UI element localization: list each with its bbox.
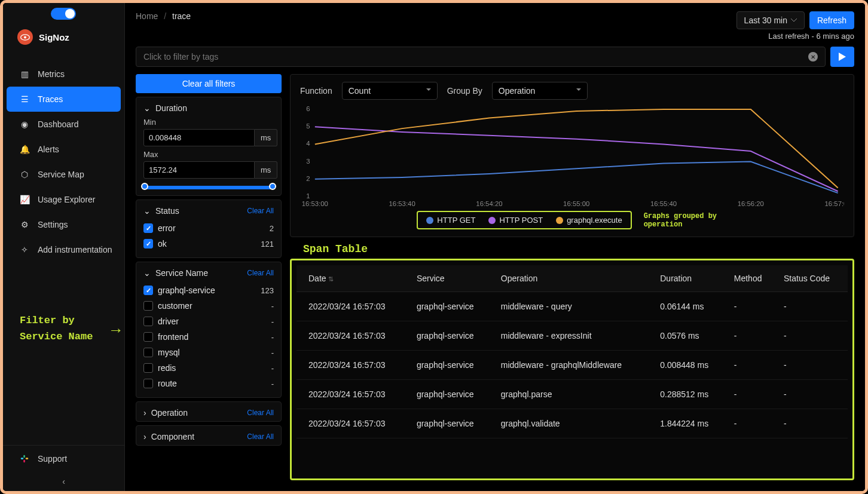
component-clear-all[interactable]: Clear All	[247, 432, 274, 441]
legend-item: HTTP POST	[488, 216, 543, 225]
annotation-filter-by: Filter by Service Name	[20, 312, 93, 345]
table-row[interactable]: 2022/03/24 16:57:03graphql-servicemiddle…	[297, 351, 848, 380]
theme-toggle[interactable]	[51, 8, 76, 20]
svg-text:1: 1	[306, 192, 310, 200]
brand: SigNoz	[3, 20, 124, 57]
svg-text:16:53:00: 16:53:00	[302, 200, 328, 207]
chart-legend: HTTP GETHTTP POSTgraphql.execute	[417, 211, 631, 229]
col-duration[interactable]: Duration	[653, 265, 727, 292]
svg-rect-4	[23, 455, 25, 458]
last-refresh-text: Last refresh - 6 mins ago	[768, 32, 854, 41]
chevron-right-icon: ›	[143, 432, 146, 441]
checkbox[interactable]	[143, 286, 153, 295]
duration-min-input[interactable]	[143, 129, 255, 146]
col-status-code[interactable]: Status Code	[777, 265, 848, 292]
breadcrumb-current: trace	[172, 11, 191, 21]
clear-all-filters-button[interactable]: Clear all filters	[136, 74, 282, 93]
svg-rect-5	[23, 460, 25, 462]
legend-item: graphql.execute	[556, 216, 622, 225]
slack-icon	[20, 454, 29, 464]
traces-icon: ☰	[20, 94, 29, 104]
status-clear-all[interactable]: Clear All	[247, 207, 274, 215]
run-query-button[interactable]	[830, 47, 854, 67]
svg-text:16:55:00: 16:55:00	[563, 200, 589, 207]
checkbox[interactable]	[143, 239, 153, 248]
gear-icon: ⚙	[20, 220, 29, 229]
filter-option-mysql[interactable]: mysql-	[143, 345, 274, 360]
filter-option-customer[interactable]: customer-	[143, 298, 274, 314]
checkbox[interactable]	[143, 332, 153, 342]
svg-rect-3	[26, 458, 28, 459]
col-operation[interactable]: Operation	[494, 265, 653, 292]
filter-option-driver[interactable]: driver-	[143, 314, 274, 329]
table-row[interactable]: 2022/03/24 16:57:03graphql-servicemiddle…	[297, 292, 848, 321]
filter-option-frontend[interactable]: frontend-	[143, 329, 274, 345]
support-link[interactable]: Support	[3, 445, 124, 472]
table-row[interactable]: 2022/03/24 16:57:03graphql-servicegraphq…	[297, 380, 848, 409]
filter-status: ⌄Status Clear All error2ok121	[136, 200, 282, 258]
logo-icon	[17, 29, 33, 45]
checkbox[interactable]	[143, 223, 153, 233]
filter-option-ok[interactable]: ok121	[143, 236, 274, 251]
svg-rect-2	[21, 458, 23, 459]
svg-text:16:57:00: 16:57:00	[825, 200, 844, 207]
duration-slider[interactable]	[143, 186, 274, 189]
col-method[interactable]: Method	[727, 265, 777, 292]
sidebar-collapse[interactable]: ‹	[3, 472, 124, 491]
svg-text:3: 3	[306, 158, 310, 165]
filter-option-redis[interactable]: redis-	[143, 360, 274, 376]
table-row[interactable]: 2022/03/24 16:57:03graphql-servicegraphq…	[297, 409, 848, 438]
line-chart: 12345616:53:0016:53:4016:54:2016:55:0016…	[300, 106, 844, 207]
dashboard-icon: ◉	[20, 119, 29, 129]
function-select[interactable]: Count	[342, 82, 438, 100]
nav-item-settings[interactable]: ⚙Settings	[3, 212, 124, 237]
nav-item-service-map[interactable]: ⬡Service Map	[3, 162, 124, 187]
nav-item-metrics[interactable]: ▥Metrics	[3, 62, 124, 87]
nav-item-dashboard[interactable]: ◉Dashboard	[3, 112, 124, 137]
play-icon	[839, 53, 846, 61]
brand-name: SigNoz	[39, 32, 69, 42]
chevron-right-icon: ›	[143, 408, 146, 418]
svg-text:4: 4	[306, 140, 310, 148]
tag-filter-input[interactable]: Click to filter by tags ✕	[136, 47, 826, 67]
refresh-button[interactable]: Refresh	[809, 11, 854, 29]
timerange-select[interactable]: Last 30 min	[736, 11, 805, 29]
svg-text:16:55:40: 16:55:40	[650, 200, 677, 207]
checkbox[interactable]	[143, 348, 153, 357]
nav-item-add-instrumentation[interactable]: ✧Add instrumentation	[3, 237, 124, 262]
plus-icon: ✧	[20, 245, 29, 254]
clear-filter-icon[interactable]: ✕	[808, 52, 818, 62]
checkbox[interactable]	[143, 301, 153, 311]
chevron-down-icon: ⌄	[143, 268, 151, 278]
checkbox[interactable]	[143, 317, 153, 326]
checkbox[interactable]	[143, 363, 153, 373]
chart-panel: Function Count Group By Operation 123456…	[290, 74, 854, 237]
svg-text:2: 2	[306, 175, 310, 182]
support-label: Support	[38, 454, 67, 464]
bell-icon: 🔔	[20, 145, 29, 154]
col-service[interactable]: Service	[409, 265, 494, 292]
span-table-title: Span Table	[290, 237, 854, 259]
nav-item-usage-explorer[interactable]: 📈Usage Explorer	[3, 187, 124, 212]
duration-max-input[interactable]	[143, 161, 255, 179]
filter-component: ›Component Clear All	[136, 425, 282, 446]
svg-point-1	[24, 36, 26, 38]
map-icon: ⬡	[20, 170, 29, 179]
chevron-down-icon: ⌄	[143, 103, 151, 113]
chevron-down-icon: ⌄	[143, 206, 151, 216]
col-date[interactable]: Date	[297, 265, 409, 292]
checkbox[interactable]	[143, 379, 153, 388]
filter-option-error[interactable]: error2	[143, 220, 274, 236]
filter-operation: ›Operation Clear All	[136, 401, 282, 422]
breadcrumb-home[interactable]: Home	[136, 11, 158, 21]
nav-item-traces[interactable]: ☰Traces	[7, 87, 121, 112]
breadcrumb: Home / trace	[136, 11, 191, 21]
operation-clear-all[interactable]: Clear All	[247, 409, 274, 417]
service-clear-all[interactable]: Clear All	[247, 269, 274, 277]
nav-item-alerts[interactable]: 🔔Alerts	[3, 137, 124, 162]
table-row[interactable]: 2022/03/24 16:57:03graphql-servicemiddle…	[297, 321, 848, 351]
groupby-select[interactable]: Operation	[492, 82, 588, 100]
filter-option-route[interactable]: route-	[143, 376, 274, 391]
filter-duration: ⌄Duration Min ms Max ms	[136, 97, 282, 196]
filter-option-graphql-service[interactable]: graphql-service123	[143, 283, 274, 298]
